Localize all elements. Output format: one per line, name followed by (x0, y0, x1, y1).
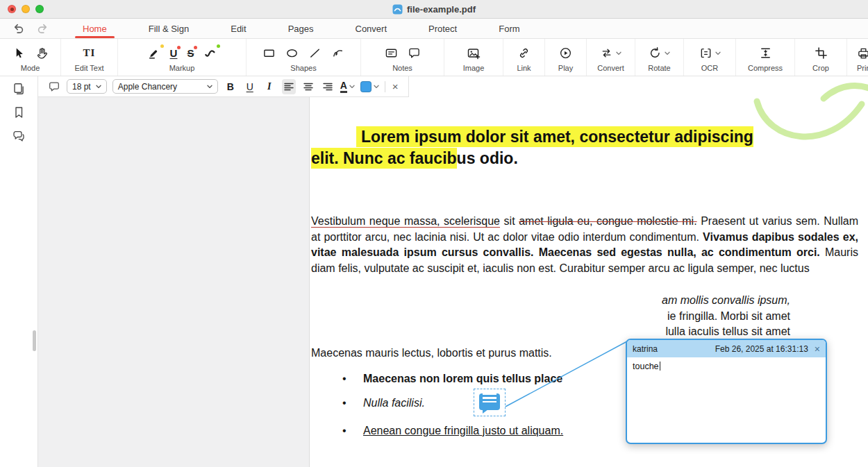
note-tool-button[interactable] (47, 79, 61, 94)
tab-home[interactable]: Home (81, 19, 109, 38)
chat-bubbles-icon (12, 129, 26, 143)
highlighter-icon (147, 46, 160, 60)
comment-note-button[interactable] (408, 46, 421, 60)
underline-markup-button[interactable]: U (170, 48, 178, 58)
compress-button[interactable] (759, 46, 772, 60)
underline-button[interactable]: U (243, 79, 257, 94)
align-center-button[interactable] (301, 79, 315, 94)
rectangle-icon (262, 46, 276, 60)
rectangle-shape-button[interactable] (262, 46, 276, 60)
draw-marker-button[interactable] (203, 46, 217, 60)
tab-fill-sign[interactable]: Fill & Sign (147, 19, 192, 38)
text-fragment: ie fringilla. Morbi sit amet (608, 310, 790, 323)
crop-button[interactable] (815, 46, 828, 60)
rotate-button[interactable] (649, 46, 670, 60)
link-icon (517, 46, 531, 60)
font-size-dropdown[interactable]: 18 pt (67, 79, 107, 94)
oval-icon (285, 46, 299, 60)
printer-icon (857, 46, 868, 60)
left-sidebar (0, 76, 38, 467)
minimize-window-button[interactable] (22, 5, 30, 13)
list-item: • Maecenas non lorem quis tellus place (311, 373, 562, 385)
zoom-window-button[interactable] (35, 5, 44, 13)
insert-image-button[interactable] (467, 46, 481, 60)
redo-button[interactable] (35, 21, 50, 36)
edit-text-button[interactable]: TI (83, 48, 96, 58)
close-window-button[interactable] (8, 5, 16, 13)
align-right-button[interactable] (321, 79, 335, 94)
text-color-button[interactable]: A (340, 80, 355, 93)
pdf-page: Lorem ipsum dolor sit amet, consectetur … (309, 76, 868, 467)
fill-color-button[interactable] (360, 81, 379, 92)
edit-text-icon: TI (83, 48, 96, 58)
chevron-down-icon (349, 85, 355, 89)
highlight-color-dot (160, 44, 164, 48)
italic-button[interactable]: I (262, 79, 276, 94)
group-convert: Convert (587, 39, 635, 76)
group-label-shapes: Shapes (290, 64, 316, 72)
group-label-markup: Markup (169, 64, 195, 72)
content-area: Lorem ipsum dolor sit amet, consectetur … (0, 76, 868, 467)
convert-button[interactable] (600, 46, 621, 60)
play-media-button[interactable] (559, 46, 572, 60)
comment-popup-header[interactable]: katrina Feb 26, 2025 at 16:31:13 × (627, 340, 826, 357)
comment-text-area[interactable]: touche (627, 357, 826, 375)
underline-icon: U (170, 48, 178, 58)
tab-edit[interactable]: Edit (228, 19, 248, 38)
group-label-image: Image (463, 64, 485, 72)
tab-convert[interactable]: Convert (353, 19, 390, 38)
comment-text: touche (633, 362, 659, 371)
align-left-button[interactable] (282, 79, 296, 94)
pointer-mode-button[interactable] (12, 46, 26, 60)
line-icon (308, 46, 322, 60)
hand-mode-button[interactable] (35, 46, 49, 60)
bookmark-icon (12, 105, 26, 119)
insert-link-button[interactable] (517, 46, 531, 60)
group-print: Print (847, 39, 868, 76)
tab-protect[interactable]: Protect (426, 19, 459, 38)
comment-close-button[interactable]: × (815, 343, 820, 355)
sidebar-resize-handle[interactable] (33, 330, 36, 351)
thumbnails-panel-button[interactable] (9, 80, 28, 98)
convert-icon (600, 46, 613, 60)
chevron-down-icon (715, 51, 721, 56)
main-toolbar: Mode TI Edit Text U (0, 39, 868, 76)
group-edit-text: TI Edit Text (61, 39, 118, 76)
chevron-down-icon (374, 85, 379, 89)
font-family-dropdown[interactable]: Apple Chancery (112, 79, 218, 94)
paragraph-2: Maecenas mauris lectus, lobortis et puru… (311, 347, 552, 359)
print-button[interactable] (857, 46, 868, 60)
group-label-edit-text: Edit Text (75, 64, 104, 72)
list-item: • Aenean congue fringilla justo ut aliqu… (311, 425, 563, 437)
group-crop: Crop (795, 39, 847, 76)
group-mode: Mode (0, 39, 61, 76)
pencil-scribble-button[interactable] (331, 46, 344, 60)
comment-bubble-icon (408, 46, 421, 60)
underlined-annotated-text: Vestibulum neque massa, scelerisque (311, 215, 500, 227)
text-note-button[interactable] (385, 46, 398, 60)
green-ink-annotation[interactable] (749, 82, 868, 158)
close-format-bar-button[interactable]: × (391, 80, 400, 92)
strikethrough-color-dot (194, 46, 197, 49)
line-shape-button[interactable] (308, 46, 322, 60)
bookmarks-panel-button[interactable] (9, 103, 28, 121)
ocr-button[interactable] (699, 46, 721, 60)
tab-form[interactable]: Form (496, 19, 521, 38)
app-window: file-example.pdf Home Fill & Sign Edit (0, 0, 868, 467)
tab-pages[interactable]: Pages (286, 19, 316, 38)
document-canvas: Lorem ipsum dolor sit amet, consectetur … (38, 76, 868, 467)
group-label-play: Play (558, 64, 573, 72)
bold-button[interactable]: B (224, 79, 237, 94)
comment-popup: katrina Feb 26, 2025 at 16:31:13 × touch… (626, 339, 827, 444)
text-fragment: am mollis convallis ipsum, (608, 294, 790, 307)
align-right-icon (322, 81, 333, 92)
comments-panel-button[interactable] (9, 127, 28, 145)
strikethrough-markup-button[interactable]: S (187, 48, 194, 58)
undo-button[interactable] (10, 21, 26, 36)
group-image: Image (444, 39, 503, 76)
highlight-button[interactable] (147, 46, 160, 60)
body-paragraph: Vestibulum neque massa, scelerisque sit … (311, 214, 858, 276)
oval-shape-button[interactable] (285, 46, 299, 60)
note-annotation-selected[interactable] (474, 389, 506, 416)
crop-icon (815, 46, 828, 60)
